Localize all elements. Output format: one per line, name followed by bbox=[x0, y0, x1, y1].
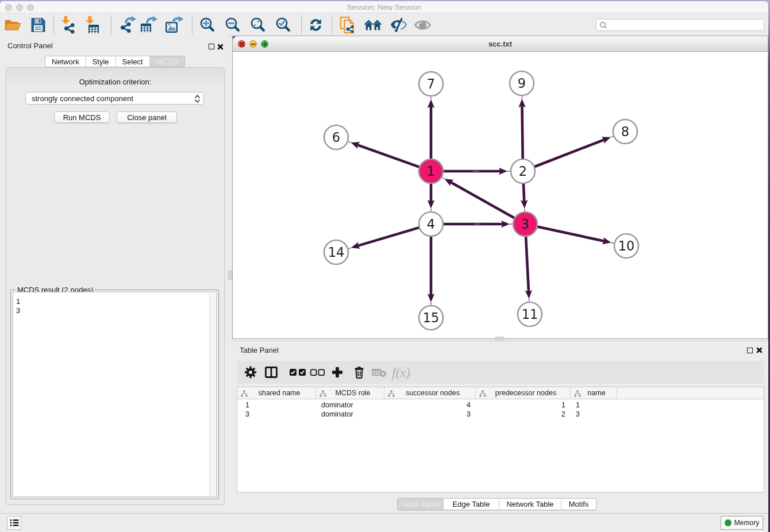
edge-2-3[interactable] bbox=[523, 182, 525, 202]
cell-successor-nodes[interactable]: 4 bbox=[384, 400, 476, 410]
mcds-result-item[interactable]: 3 bbox=[16, 306, 216, 315]
first-neighbors-button[interactable] bbox=[364, 13, 382, 36]
search-icon bbox=[599, 21, 607, 29]
deselect-all-button[interactable] bbox=[310, 361, 325, 384]
cell-predecessor-nodes[interactable]: 2 bbox=[476, 410, 571, 419]
node-table: shared name MCDS role successor nodes pr… bbox=[237, 387, 764, 492]
toolbar-separator bbox=[111, 16, 111, 34]
toolbar-separator bbox=[192, 16, 192, 34]
select-all-button[interactable] bbox=[289, 361, 306, 384]
zoom-fit-button[interactable] bbox=[250, 13, 266, 36]
close-panel-button[interactable]: Close panel bbox=[117, 111, 177, 123]
select-all-icon bbox=[289, 368, 306, 376]
cell-successor-nodes[interactable]: 3 bbox=[384, 410, 476, 419]
tab-node-table[interactable]: Node Table bbox=[398, 499, 444, 510]
search-box[interactable] bbox=[596, 19, 764, 31]
memory-label: Memory bbox=[734, 519, 759, 527]
hide-selected-button[interactable] bbox=[390, 13, 407, 36]
mcds-result-item[interactable]: 1 bbox=[16, 297, 216, 306]
zoom-out-button[interactable] bbox=[225, 13, 241, 36]
cell-predecessor-nodes[interactable]: 1 bbox=[476, 400, 571, 410]
cell-name[interactable]: 1 bbox=[571, 400, 617, 410]
new-network-from-selection-button[interactable] bbox=[340, 13, 356, 36]
toolbar-separator bbox=[53, 16, 54, 34]
mcds-result-list[interactable]: 13 bbox=[13, 292, 217, 497]
tab-network[interactable]: Network bbox=[45, 56, 86, 67]
save-session-icon bbox=[30, 17, 46, 33]
node-label: 2 bbox=[519, 164, 527, 179]
split-view-button[interactable] bbox=[265, 361, 278, 384]
table-close-icon[interactable] bbox=[756, 347, 763, 353]
edge-3-11[interactable] bbox=[526, 234, 529, 292]
table-float-icon[interactable] bbox=[747, 348, 753, 353]
edge-2-8[interactable] bbox=[533, 140, 605, 167]
close-panel-icon[interactable] bbox=[217, 44, 224, 50]
column-header-name[interactable]: name bbox=[571, 387, 617, 399]
edge-label-mark bbox=[473, 171, 479, 171]
cell-MCDS-role[interactable]: dominator bbox=[316, 400, 384, 410]
vertical-splitter-handle[interactable] bbox=[228, 271, 232, 280]
table-options-button[interactable] bbox=[244, 361, 257, 384]
zoom-selected-icon bbox=[275, 17, 291, 33]
result-scrollbar[interactable] bbox=[209, 293, 215, 496]
memory-button[interactable]: Memory bbox=[721, 516, 763, 530]
zoom-selected-button[interactable] bbox=[275, 13, 291, 36]
run-mcds-button[interactable]: Run MCDS bbox=[54, 111, 110, 123]
zoom-fit-icon bbox=[250, 17, 266, 33]
edge-4-14[interactable] bbox=[357, 227, 421, 246]
save-session-button[interactable] bbox=[30, 13, 46, 36]
table-row[interactable]: 1dominator411 bbox=[237, 400, 764, 410]
function-builder-icon: f(x) bbox=[391, 364, 415, 380]
column-header-predecessor-nodes[interactable]: predecessor nodes bbox=[476, 387, 571, 399]
network-canvas[interactable]: 1234678910111415 bbox=[233, 52, 768, 338]
column-header-successor-nodes[interactable]: successor nodes bbox=[384, 387, 476, 399]
zoom-in-button[interactable] bbox=[199, 13, 215, 36]
table-row[interactable]: 3dominator323 bbox=[237, 410, 764, 419]
edge-hairline bbox=[442, 178, 445, 179]
tab-mcds[interactable]: MCDS bbox=[150, 56, 184, 67]
network-view-window: scc.txt 1234678910111415 bbox=[232, 36, 768, 339]
open-session-icon bbox=[4, 17, 21, 32]
open-session-button[interactable] bbox=[4, 13, 21, 36]
export-image-button[interactable] bbox=[165, 13, 183, 36]
cell-name[interactable]: 3 bbox=[571, 410, 617, 419]
edge-2-9[interactable] bbox=[522, 106, 523, 161]
float-panel-icon[interactable] bbox=[209, 44, 214, 49]
combo-value: strongly connected component bbox=[32, 94, 133, 103]
node-label: 11 bbox=[522, 307, 538, 322]
tab-style[interactable]: Style bbox=[86, 56, 116, 67]
refresh-view-button[interactable] bbox=[309, 13, 323, 36]
show-all-button[interactable] bbox=[414, 13, 432, 36]
edge-label-mark bbox=[474, 223, 480, 224]
optimization-criterion-select[interactable]: strongly connected component bbox=[25, 92, 204, 105]
new-network-from-selection-icon bbox=[340, 16, 356, 34]
add-column-icon bbox=[332, 367, 343, 378]
tab-motifs[interactable]: Motifs bbox=[561, 499, 596, 510]
export-network-button[interactable] bbox=[120, 13, 137, 36]
edge-1-6[interactable] bbox=[357, 145, 421, 168]
export-table-button[interactable] bbox=[140, 13, 158, 36]
add-column-button[interactable] bbox=[332, 361, 343, 384]
import-network-button[interactable] bbox=[61, 13, 75, 36]
search-input[interactable] bbox=[607, 20, 764, 30]
tab-select[interactable]: Select bbox=[116, 56, 150, 67]
node-label: 4 bbox=[427, 217, 435, 232]
split-view-icon bbox=[265, 367, 278, 378]
cell-MCDS-role[interactable]: dominator bbox=[316, 410, 384, 419]
horizontal-splitter-handle[interactable] bbox=[495, 337, 504, 340]
export-network-icon bbox=[120, 16, 137, 33]
table-panel-title: Table Panel bbox=[240, 346, 279, 354]
delete-columns-button[interactable] bbox=[353, 361, 365, 384]
tab-edge-table[interactable]: Edge Table bbox=[444, 499, 499, 510]
column-label: name bbox=[587, 389, 605, 397]
tab-network-table[interactable]: Network Table bbox=[499, 499, 561, 510]
network-window-titlebar[interactable]: scc.txt bbox=[233, 36, 768, 52]
cell-shared-name[interactable]: 1 bbox=[237, 400, 316, 410]
column-header-MCDS-role[interactable]: MCDS role bbox=[316, 387, 384, 399]
import-table-button[interactable] bbox=[85, 13, 99, 36]
edge-3-10[interactable] bbox=[536, 226, 605, 241]
task-history-button[interactable] bbox=[7, 516, 21, 530]
column-header-shared-name[interactable]: shared name bbox=[237, 387, 316, 399]
edge-3-1[interactable] bbox=[451, 182, 516, 219]
cell-shared-name[interactable]: 3 bbox=[237, 410, 316, 419]
